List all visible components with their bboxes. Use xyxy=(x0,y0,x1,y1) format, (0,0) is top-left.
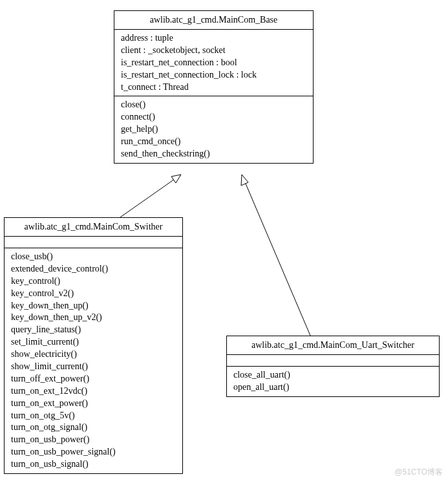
method: connect() xyxy=(121,111,306,123)
method: turn_on_ext_12vdc() xyxy=(11,385,176,398)
svg-marker-3 xyxy=(241,175,248,186)
method: turn_on_usb_power_signal() xyxy=(11,446,176,458)
method: turn_off_ext_power() xyxy=(11,373,176,385)
method: key_down_then_up_v2() xyxy=(11,312,176,324)
svg-line-2 xyxy=(242,175,310,336)
attributes-section xyxy=(5,237,182,248)
method: close() xyxy=(121,99,306,111)
method: turn_on_otg_signal() xyxy=(11,422,176,434)
svg-marker-1 xyxy=(171,175,181,183)
method: turn_on_usb_signal() xyxy=(11,458,176,471)
attribute: is_restart_net_connection_lock : lock xyxy=(121,69,306,81)
uml-class-swither: awlib.atc_g1_cmd.MainCom_Swither close_u… xyxy=(4,217,183,474)
methods-section: close() connect() get_help() run_cmd_onc… xyxy=(114,96,313,162)
method: key_control_v2() xyxy=(11,288,176,300)
attribute: t_connect : Thread xyxy=(121,81,306,94)
class-title: awlib.atc_g1_cmd.MainCom_Base xyxy=(114,11,313,30)
method: key_down_then_up() xyxy=(11,300,176,312)
method: extended_device_control() xyxy=(11,263,176,275)
method: set_limit_current() xyxy=(11,336,176,349)
method: query_line_status() xyxy=(11,324,176,336)
attributes-section xyxy=(227,355,439,367)
uml-class-base: awlib.atc_g1_cmd.MainCom_Base address : … xyxy=(114,10,314,164)
uml-class-uart: awlib.atc_g1_cmd.MainCom_Uart_Switcher c… xyxy=(226,336,440,397)
svg-line-0 xyxy=(120,175,181,217)
class-title: awlib.atc_g1_cmd.MainCom_Uart_Switcher xyxy=(227,336,439,355)
method: turn_on_ext_power() xyxy=(11,398,176,410)
method: turn_on_otg_5v() xyxy=(11,410,176,422)
class-title: awlib.atc_g1_cmd.MainCom_Swither xyxy=(5,218,182,237)
method: key_control() xyxy=(11,275,176,288)
watermark: @51CTO博客 xyxy=(394,467,443,478)
method: show_limit_current() xyxy=(11,361,176,373)
attribute: address : tuple xyxy=(121,32,306,45)
method: show_electricity() xyxy=(11,349,176,361)
attribute: client : _socketobject, socket xyxy=(121,45,306,57)
method: send_then_checkstring() xyxy=(121,148,306,160)
method: close_all_uart() xyxy=(233,369,432,381)
methods-section: close_all_uart() open_all_uart() xyxy=(227,367,439,396)
method: turn_on_usb_power() xyxy=(11,434,176,446)
method: close_usb() xyxy=(11,251,176,263)
attribute: is_restart_net_connection : bool xyxy=(121,57,306,69)
method: open_all_uart() xyxy=(233,381,432,394)
methods-section: close_usb() extended_device_control() ke… xyxy=(5,248,182,473)
method: run_cmd_once() xyxy=(121,136,306,148)
attributes-section: address : tuple client : _socketobject, … xyxy=(114,30,313,96)
method: get_help() xyxy=(121,123,306,136)
